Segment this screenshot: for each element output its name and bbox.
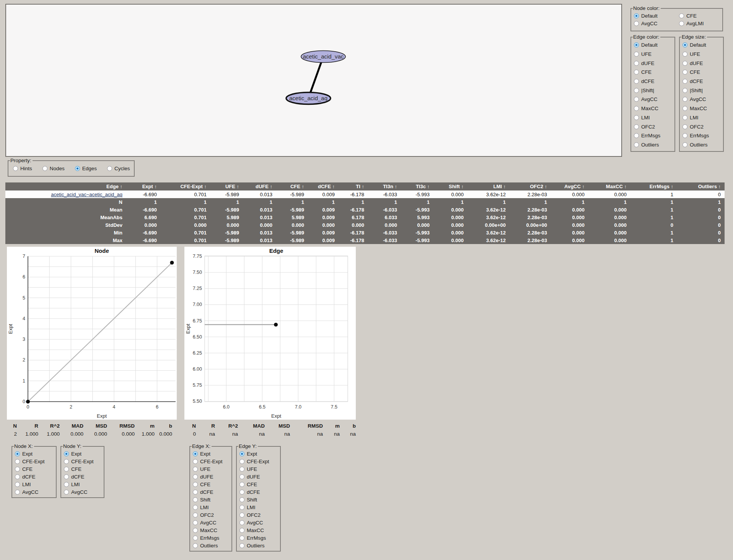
radio-node-x-cfe[interactable]: CFE xyxy=(15,465,56,473)
radio-icon[interactable] xyxy=(683,79,687,84)
radio-icon[interactable] xyxy=(193,513,198,518)
radio-icon[interactable] xyxy=(193,497,198,502)
radio-edge-size-cfe[interactable]: CFE xyxy=(683,68,723,77)
radio-edge-size-maxcc[interactable]: MaxCC xyxy=(683,104,723,113)
radio-icon[interactable] xyxy=(193,528,198,533)
radio-node-x-lmi[interactable]: LMI xyxy=(15,480,56,488)
radio-node-x-avgcc[interactable]: AvgCC xyxy=(15,488,56,496)
col-header-maxcc[interactable]: MaxCC ↑ xyxy=(588,182,630,190)
radio-edge-size-ofc2[interactable]: OFC2 xyxy=(683,122,723,131)
radio-icon[interactable] xyxy=(15,490,20,495)
radio-edge-size-lmi[interactable]: LMI xyxy=(683,113,723,122)
radio-node-y-cfe[interactable]: CFE xyxy=(64,465,104,473)
radio-icon[interactable] xyxy=(683,106,687,111)
radio-icon[interactable] xyxy=(239,474,244,479)
radio-property-nodes[interactable]: Nodes xyxy=(42,164,65,172)
radio-edge-y-dcfe[interactable]: dCFE xyxy=(239,488,280,496)
radio-edge-color-ofc2[interactable]: OFC2 xyxy=(634,122,674,131)
radio-edge-x-errmsgs[interactable]: ErrMsgs xyxy=(193,534,231,542)
radio-icon[interactable] xyxy=(193,467,198,472)
radio-edge-y-lmi[interactable]: LMI xyxy=(239,503,280,511)
radio-icon[interactable] xyxy=(239,490,244,495)
radio-edge-color-dufe[interactable]: dUFE xyxy=(634,59,674,68)
radio-icon[interactable] xyxy=(193,520,198,525)
radio-icon[interactable] xyxy=(634,52,639,57)
radio-icon[interactable] xyxy=(239,520,244,525)
radio-icon[interactable] xyxy=(239,536,244,540)
radio-node-y-expt[interactable]: Expt xyxy=(64,450,104,457)
radio-edge-x-ufe[interactable]: UFE xyxy=(193,465,231,473)
radio-edge-color-dcfe[interactable]: dCFE xyxy=(634,77,674,86)
radio-edge-x-dufe[interactable]: dUFE xyxy=(193,473,231,480)
radio-selected-icon[interactable] xyxy=(634,13,639,18)
radio-edge-size-dufe[interactable]: dUFE xyxy=(683,59,723,68)
radio-icon[interactable] xyxy=(679,21,684,26)
radio-icon[interactable] xyxy=(239,497,244,502)
radio-edge-size-dcfe[interactable]: dCFE xyxy=(683,77,723,86)
radio-edge-color-outliers[interactable]: Outliers xyxy=(634,140,674,150)
radio-edge-size-outliers[interactable]: Outliers xyxy=(683,140,723,150)
col-header-cfe-expt[interactable]: CFE-Expt ↑ xyxy=(161,182,210,190)
radio-edge-size-avgcc[interactable]: AvgCC xyxy=(683,95,723,104)
radio-icon[interactable] xyxy=(683,115,687,120)
radio-icon[interactable] xyxy=(683,52,687,57)
radio-icon[interactable] xyxy=(42,166,47,171)
radio-edge-x-dcfe[interactable]: dCFE xyxy=(193,488,231,496)
radio-icon[interactable] xyxy=(239,528,244,533)
radio-node-x-dcfe[interactable]: dCFE xyxy=(15,473,56,480)
radio-edge-x-cfe[interactable]: CFE xyxy=(193,480,231,488)
radio-selected-icon[interactable] xyxy=(683,42,687,47)
radio-edge-x-maxcc[interactable]: MaxCC xyxy=(193,526,231,534)
radio-edge-y-errmsgs[interactable]: ErrMsgs xyxy=(239,534,280,542)
radio-icon[interactable] xyxy=(634,70,639,75)
radio-edge-size-errmsgs[interactable]: ErrMsgs xyxy=(683,131,723,140)
radio-edge-size-shift[interactable]: |Shift| xyxy=(683,86,723,95)
data-point[interactable] xyxy=(26,400,30,404)
radio-icon[interactable] xyxy=(683,124,687,129)
radio-edge-y-expt[interactable]: Expt xyxy=(239,450,280,457)
radio-edge-y-outliers[interactable]: Outliers xyxy=(239,542,280,549)
radio-node-y-avgcc[interactable]: AvgCC xyxy=(64,488,104,496)
radio-edge-x-outliers[interactable]: Outliers xyxy=(193,542,231,549)
radio-edge-y-cfe[interactable]: CFE xyxy=(239,480,280,488)
radio-edge-y-dufe[interactable]: dUFE xyxy=(239,473,280,480)
col-header-lmi[interactable]: LMI ↑ xyxy=(467,182,510,190)
radio-edge-size-ufe[interactable]: UFE xyxy=(683,50,723,59)
col-header-ti3c[interactable]: TI3c ↑ xyxy=(401,182,433,190)
radio-edge-color-ufe[interactable]: UFE xyxy=(634,50,674,59)
radio-icon[interactable] xyxy=(634,79,639,84)
radio-node-y-dcfe[interactable]: dCFE xyxy=(64,473,104,480)
radio-icon[interactable] xyxy=(64,467,69,472)
radio-node-y-cfe-expt[interactable]: CFE-Expt xyxy=(64,457,104,465)
radio-icon[interactable] xyxy=(239,513,244,518)
radio-icon[interactable] xyxy=(239,459,244,464)
radio-icon[interactable] xyxy=(193,459,198,464)
radio-icon[interactable] xyxy=(679,13,684,18)
col-header-shift[interactable]: Shift ↑ xyxy=(433,182,467,190)
radio-edge-color-errmsgs[interactable]: ErrMsgs xyxy=(634,131,674,140)
radio-edge-x-lmi[interactable]: LMI xyxy=(193,503,231,511)
radio-icon[interactable] xyxy=(683,142,687,147)
radio-selected-icon[interactable] xyxy=(239,451,244,456)
radio-edge-x-shift[interactable]: Shift xyxy=(193,496,231,503)
radio-icon[interactable] xyxy=(13,166,18,171)
radio-selected-icon[interactable] xyxy=(75,166,80,171)
col-header-cfe[interactable]: CFE ↑ xyxy=(276,182,308,190)
radio-icon[interactable] xyxy=(634,106,639,111)
radio-property-hints[interactable]: Hints xyxy=(13,164,32,172)
radio-icon[interactable] xyxy=(683,61,687,66)
col-header-expt[interactable]: Expt ↑ xyxy=(126,182,161,190)
radio-icon[interactable] xyxy=(634,133,639,138)
radio-node-color-avgcc[interactable]: AvgCC xyxy=(634,20,679,27)
radio-node-y-lmi[interactable]: LMI xyxy=(64,480,104,488)
radio-edge-y-shift[interactable]: Shift xyxy=(239,496,280,503)
col-header-ti[interactable]: TI ↑ xyxy=(339,182,368,190)
radio-icon[interactable] xyxy=(683,133,687,138)
col-header-ofc2[interactable]: OFC2 ↑ xyxy=(510,182,551,190)
radio-edge-color-maxcc[interactable]: MaxCC xyxy=(634,104,674,113)
radio-icon[interactable] xyxy=(634,88,639,93)
radio-node-color-default[interactable]: Default xyxy=(634,12,679,20)
radio-icon[interactable] xyxy=(193,474,198,479)
col-header-edge[interactable]: Edge ↑ xyxy=(5,182,126,190)
radio-icon[interactable] xyxy=(193,482,198,487)
